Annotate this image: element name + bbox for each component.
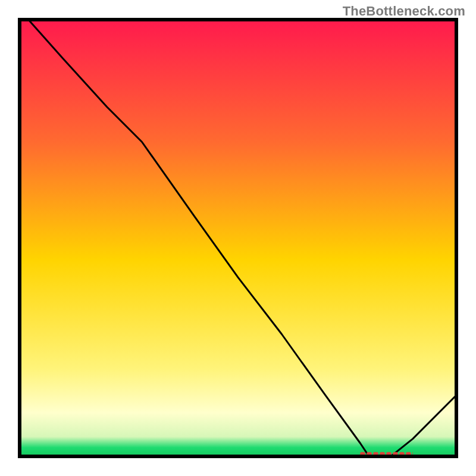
plot-area [18, 18, 458, 458]
watermark-text: TheBottleneck.com [343, 4, 465, 19]
chart-svg [18, 18, 458, 458]
chart-container: TheBottleneck.com [0, 0, 476, 476]
gradient-background [20, 20, 456, 456]
